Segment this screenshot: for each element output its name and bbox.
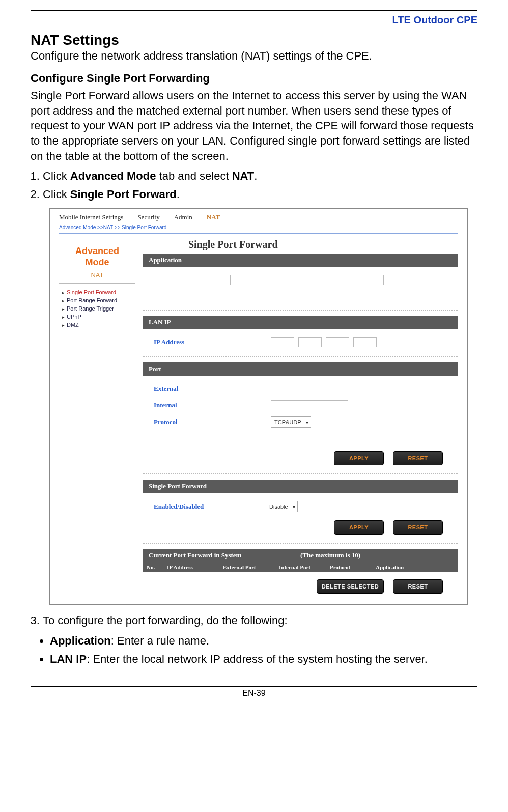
tab-security[interactable]: Security xyxy=(137,213,159,221)
external-label: External xyxy=(154,385,220,393)
ip-seg-1[interactable] xyxy=(271,337,294,347)
th-proto: Protocol xyxy=(330,564,376,570)
ip-address-label: IP Address xyxy=(154,338,220,346)
ip-seg-4[interactable] xyxy=(353,337,377,347)
page-subtitle: Configure the network address translatio… xyxy=(31,49,477,63)
reset-button-1[interactable]: RESET xyxy=(393,451,443,465)
protocol-label: Protocol xyxy=(154,418,220,426)
content-title: Single Port Forward xyxy=(143,239,458,250)
th-app: Application xyxy=(376,564,427,570)
page-number: EN-39 xyxy=(31,689,477,698)
sidebar-item-port-range-forward[interactable]: Port Range Forward xyxy=(59,296,135,304)
sidebar-item-dmz[interactable]: DMZ xyxy=(59,321,135,329)
step-1: Click Advanced Mode tab and select NAT. xyxy=(43,170,477,183)
apply-button-2[interactable]: APPLY xyxy=(334,520,384,535)
step-3: To configure the port forwarding, do the… xyxy=(43,614,477,627)
panel-lanip-header: LAN IP xyxy=(143,316,458,329)
tab-admin[interactable]: Admin xyxy=(174,213,192,221)
table-header: No. IP Address External Port Internal Po… xyxy=(143,562,458,572)
panel-current-port-forward-header: Current Port Forward in System (The maxi… xyxy=(143,549,458,562)
apply-button-1[interactable]: APPLY xyxy=(334,451,384,465)
ip-seg-3[interactable] xyxy=(326,337,349,347)
enabled-disabled-label: Enabled/Disabled xyxy=(154,502,235,511)
tab-nat[interactable]: NAT xyxy=(207,213,220,221)
internal-port-input[interactable] xyxy=(271,400,348,410)
ip-seg-2[interactable] xyxy=(298,337,322,347)
page-title: NAT Settings xyxy=(31,32,477,48)
sidebar-item-port-range-trigger[interactable]: Port Range Trigger xyxy=(59,304,135,313)
bullet-lan-ip: LAN IP: Enter the local network IP addre… xyxy=(50,653,477,666)
delete-selected-button[interactable]: DELETE SELECTED xyxy=(317,579,384,594)
section-heading: Configure Single Port Forwarding xyxy=(31,72,477,85)
sidebar-nat-label: NAT xyxy=(59,271,135,279)
sidebar-item-upnp[interactable]: UPnP xyxy=(59,313,135,321)
step-2: Click Single Port Forward. xyxy=(43,188,477,201)
th-ext: External Port xyxy=(223,564,279,570)
application-input[interactable] xyxy=(230,275,384,285)
panel-spf-header: Single Port Forward xyxy=(143,480,458,493)
internal-label: Internal xyxy=(154,401,220,409)
protocol-select[interactable]: TCP&UDP xyxy=(271,416,311,428)
reset-button-2[interactable]: RESET xyxy=(393,520,443,535)
th-ip: IP Address xyxy=(167,564,223,570)
brand-header: LTE Outdoor CPE xyxy=(31,14,477,26)
reset-button-3[interactable]: RESET xyxy=(393,579,443,594)
bullet-application: Application: Enter a rule name. xyxy=(50,634,477,648)
breadcrumb: Advanced Mode >>NAT >> Single Port Forwa… xyxy=(50,223,467,233)
panel-port-header: Port xyxy=(143,362,458,376)
section-body: Single Port Forward allows users on the … xyxy=(31,88,477,163)
th-no: No. xyxy=(147,564,167,570)
th-int: Internal Port xyxy=(279,564,330,570)
top-tabs: Mobile Internet Settings Security Admin … xyxy=(50,209,467,223)
screenshot-figure: Mobile Internet Settings Security Admin … xyxy=(49,208,468,605)
sidebar-item-single-port-forward[interactable]: Single Port Forward xyxy=(59,288,135,296)
external-port-input[interactable] xyxy=(271,384,348,394)
tab-mobile-internet[interactable]: Mobile Internet Settings xyxy=(59,213,123,221)
advanced-mode-label: Advanced Mode xyxy=(59,246,135,268)
sidebar: Advanced Mode NAT Single Port Forward Po… xyxy=(59,234,135,597)
enabled-disabled-select[interactable]: Disable xyxy=(266,501,298,512)
panel-application-header: Application xyxy=(143,254,458,267)
